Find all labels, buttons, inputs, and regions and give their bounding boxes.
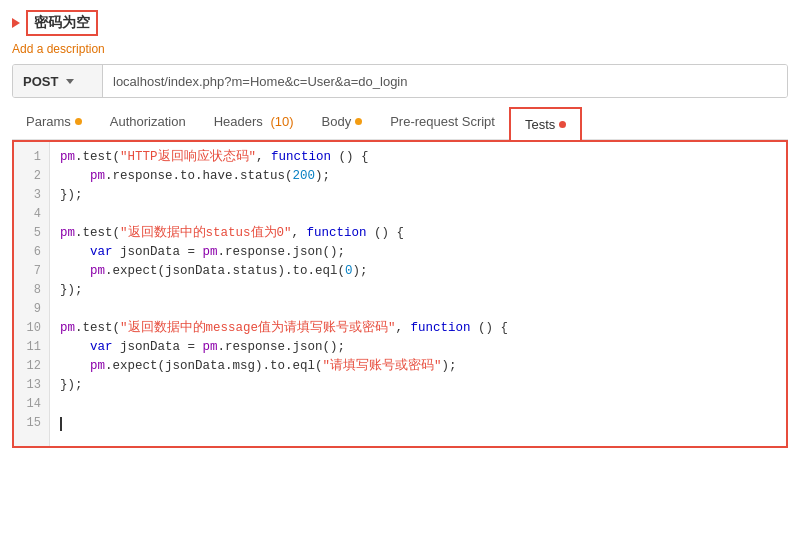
tab-authorization-label: Authorization (110, 114, 186, 129)
line-num-9: 9 (14, 300, 49, 319)
tab-params-dot (75, 118, 82, 125)
tab-tests-dot (559, 121, 566, 128)
tab-tests[interactable]: Tests (509, 107, 582, 140)
code-line-9 (60, 300, 786, 319)
collapse-icon[interactable] (12, 18, 20, 28)
code-line-1: pm.test("HTTP返回响应状态码", function () { (60, 148, 786, 167)
url-bar: POST (12, 64, 788, 98)
method-select[interactable]: POST (13, 65, 103, 97)
page-title: 密码为空 (26, 10, 98, 36)
line-num-10: 10 (14, 319, 49, 338)
code-content: 1 2 3 4 5 6 7 8 9 10 11 12 13 14 15 pm.t… (14, 142, 786, 446)
tab-body-dot (355, 118, 362, 125)
line-num-15: 15 (14, 414, 49, 433)
line-num-3: 3 (14, 186, 49, 205)
line-numbers: 1 2 3 4 5 6 7 8 9 10 11 12 13 14 15 (14, 142, 50, 446)
line-num-8: 8 (14, 281, 49, 300)
code-line-12: pm.expect(jsonData.msg).to.eql("请填写账号或密码… (60, 357, 786, 376)
code-line-4 (60, 205, 786, 224)
tabs-row: Params Authorization Headers (10) Body P… (12, 106, 788, 140)
code-line-10: pm.test("返回数据中的message值为请填写账号或密码", funct… (60, 319, 786, 338)
code-line-13: }); (60, 376, 786, 395)
tab-headers[interactable]: Headers (10) (200, 106, 308, 139)
tab-params[interactable]: Params (12, 106, 96, 139)
code-line-11: var jsonData = pm.response.json(); (60, 338, 786, 357)
title-row: 密码为空 (12, 10, 788, 36)
line-num-14: 14 (14, 395, 49, 414)
tab-prerequest-label: Pre-request Script (390, 114, 495, 129)
line-num-13: 13 (14, 376, 49, 395)
line-num-12: 12 (14, 357, 49, 376)
tab-authorization[interactable]: Authorization (96, 106, 200, 139)
code-lines[interactable]: pm.test("HTTP返回响应状态码", function () { pm.… (50, 142, 786, 446)
code-line-5: pm.test("返回数据中的status值为0", function () { (60, 224, 786, 243)
line-num-4: 4 (14, 205, 49, 224)
add-description-link[interactable]: Add a description (12, 42, 788, 56)
tab-tests-label: Tests (525, 117, 555, 132)
line-num-5: 5 (14, 224, 49, 243)
line-num-6: 6 (14, 243, 49, 262)
line-num-1: 1 (14, 148, 49, 167)
code-editor[interactable]: 1 2 3 4 5 6 7 8 9 10 11 12 13 14 15 pm.t… (12, 140, 788, 448)
code-line-14 (60, 395, 786, 414)
tab-body-label: Body (322, 114, 352, 129)
line-num-2: 2 (14, 167, 49, 186)
code-line-8: }); (60, 281, 786, 300)
line-num-7: 7 (14, 262, 49, 281)
method-label: POST (23, 74, 58, 89)
tab-params-label: Params (26, 114, 71, 129)
tab-headers-count: (10) (267, 114, 294, 129)
tab-prerequest[interactable]: Pre-request Script (376, 106, 509, 139)
code-line-3: }); (60, 186, 786, 205)
url-input[interactable] (103, 65, 787, 97)
line-num-11: 11 (14, 338, 49, 357)
code-line-15 (60, 414, 786, 433)
tab-headers-label: Headers (214, 114, 263, 129)
tab-body[interactable]: Body (308, 106, 377, 139)
code-line-7: pm.expect(jsonData.status).to.eql(0); (60, 262, 786, 281)
code-line-6: var jsonData = pm.response.json(); (60, 243, 786, 262)
code-line-2: pm.response.to.have.status(200); (60, 167, 786, 186)
method-dropdown-arrow (66, 79, 74, 84)
text-cursor (60, 417, 62, 431)
